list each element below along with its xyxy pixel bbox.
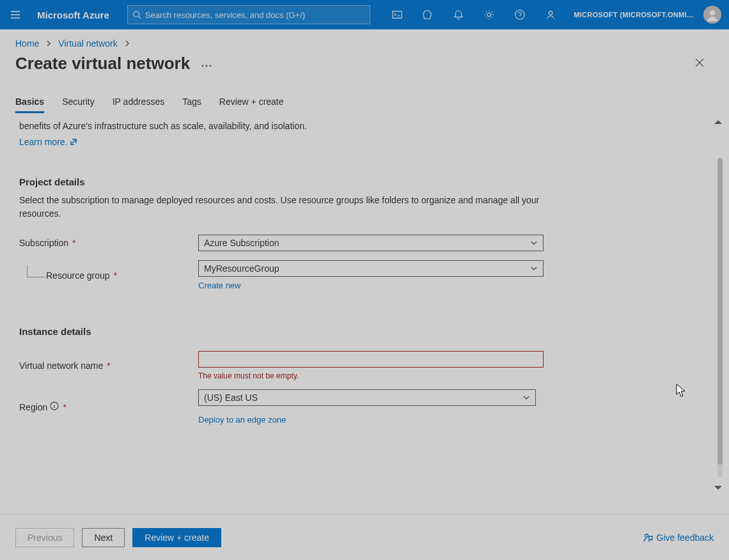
svg-point-7 [206,65,208,66]
intro-text: benefits of Azure's infrastructure such … [19,120,550,133]
svg-point-6 [202,65,204,66]
give-feedback-link[interactable]: Give feedback [643,533,714,543]
svg-point-3 [515,10,524,19]
create-new-rg-link[interactable]: Create new [198,281,240,290]
region-label: Region * [19,401,198,412]
tab-bar: Basics Security IP addresses Tags Review… [0,91,729,113]
deploy-edge-zone-link[interactable]: Deploy to an edge zone [198,415,286,424]
tab-tags[interactable]: Tags [182,91,201,113]
footer-bar: Previous Next Review + create Give feedb… [0,514,729,560]
help-icon[interactable] [507,0,533,29]
svg-point-0 [134,12,139,17]
project-details-desc: Select the subscription to manage deploy… [19,194,544,221]
global-search[interactable]: Search resources, services, and docs (G+… [127,5,370,24]
feedback-person-icon [643,533,653,543]
vnet-name-input[interactable] [198,351,544,368]
settings-icon[interactable] [476,0,502,29]
learn-more-link[interactable]: Learn more. [19,137,77,147]
chevron-down-icon [522,394,530,401]
info-icon[interactable] [50,401,59,412]
give-feedback-label: Give feedback [657,533,714,543]
cloud-shell-icon[interactable] [384,0,410,29]
chevron-right-icon [124,38,130,49]
close-button[interactable] [692,55,707,72]
svg-point-4 [549,12,552,15]
title-row: Create virtual network [0,52,729,74]
section-project-details: Project details [19,176,703,187]
more-button[interactable] [201,59,212,69]
tab-ip-addresses[interactable]: IP addresses [113,91,164,113]
breadcrumb-home[interactable]: Home [15,38,39,49]
chevron-down-icon [530,239,538,247]
notifications-icon[interactable] [446,0,471,29]
copilot-icon[interactable] [415,0,441,29]
resource-group-value: MyResourceGroup [204,263,279,274]
top-bar: Microsoft Azure Search resources, servic… [0,0,729,29]
scroll-down-button[interactable] [714,483,723,493]
feedback-icon[interactable] [538,0,563,29]
svg-point-2 [487,13,490,16]
tab-basics[interactable]: Basics [15,91,44,113]
chevron-right-icon [45,38,52,49]
scrollbar-thumb[interactable] [717,158,723,465]
tab-review-create[interactable]: Review + create [219,91,284,113]
subscription-value: Azure Subscription [204,238,279,248]
learn-more-label: Learn more. [19,137,67,147]
breadcrumb-vnet[interactable]: Virtual network [58,38,117,49]
previous-button[interactable]: Previous [15,528,74,547]
content-area: benefits of Azure's infrastructure such … [0,113,729,497]
scrollbar[interactable] [717,158,723,478]
search-icon [132,10,141,19]
subscription-label: Subscription* [19,238,198,248]
account-label[interactable]: MICROSOFT (MICROSOFT.ONMI... [568,11,698,19]
review-create-button[interactable]: Review + create [132,528,221,547]
svg-point-8 [210,65,212,66]
avatar[interactable] [703,6,721,24]
subscription-dropdown[interactable]: Azure Subscription [198,235,544,251]
scroll-up-button[interactable] [714,117,723,127]
svg-point-10 [645,534,648,537]
search-placeholder: Search resources, services, and docs (G+… [145,10,305,20]
vnet-name-error: The value must not be empty. [198,371,544,380]
region-dropdown[interactable]: (US) East US [198,389,536,406]
vnet-name-label: Virtual network name* [19,361,198,371]
svg-rect-1 [393,12,402,19]
section-instance-details: Instance details [19,326,703,337]
menu-button[interactable] [5,4,26,25]
next-button[interactable]: Next [82,528,125,547]
resource-group-label: Resource group* [19,270,198,281]
chevron-down-icon [530,265,538,272]
svg-point-5 [710,10,715,15]
breadcrumb: Home Virtual network [0,29,729,52]
brand-label: Microsoft Azure [31,10,116,20]
external-link-icon [70,138,77,146]
resource-group-dropdown[interactable]: MyResourceGroup [198,260,544,277]
region-value: (US) East US [204,393,258,403]
tab-security[interactable]: Security [62,91,95,113]
page-title: Create virtual network [15,54,190,74]
